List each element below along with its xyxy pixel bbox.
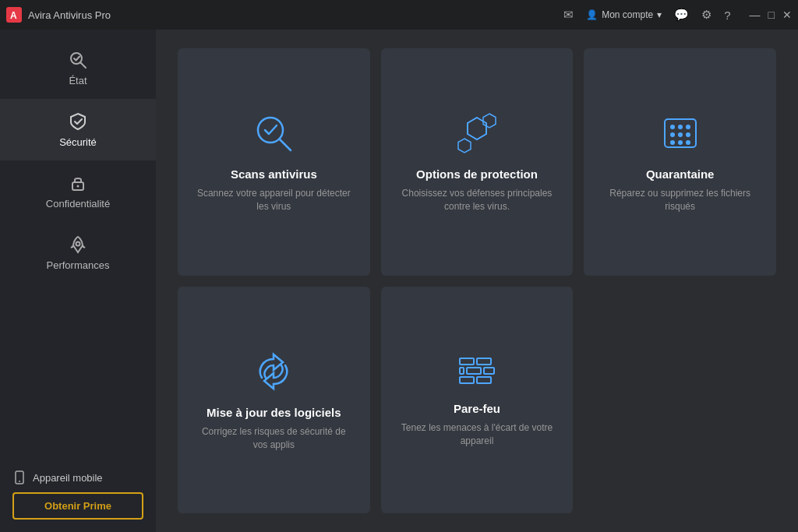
chat-icon[interactable]: 💬	[674, 8, 689, 22]
svg-marker-11	[483, 114, 496, 128]
svg-rect-26	[484, 368, 494, 374]
sidebar-confidentialite-label: Confidentialité	[46, 198, 110, 210]
sidebar-item-securite[interactable]: Sécurité	[0, 99, 156, 160]
window-controls: — □ ✕	[750, 9, 792, 21]
card-quarantine[interactable]: Quarantaine Réparez ou supprimez les fic…	[584, 48, 776, 276]
svg-point-19	[686, 132, 690, 137]
close-button[interactable]: ✕	[782, 9, 792, 21]
titlebar-right: ✉ 👤 Mon compte ▾ 💬 ⚙ ? — □ ✕	[563, 8, 792, 22]
quarantine-icon	[657, 110, 704, 157]
scans-desc: Scannez votre appareil pour détecter les…	[193, 187, 355, 213]
sidebar-etat-label: État	[69, 75, 87, 86]
updates-desc: Corrigez les risques de sécurité de vos …	[193, 425, 355, 452]
firewall-desc: Tenez les menaces à l'écart de votre app…	[397, 421, 558, 448]
quarantine-title: Quarantaine	[646, 167, 715, 181]
sidebar-spacer	[0, 284, 156, 458]
sidebar-securite-label: Sécurité	[59, 136, 97, 148]
account-menu[interactable]: 👤 Mon compte ▾	[586, 9, 662, 20]
updates-title: Mise à jour des logiciels	[207, 406, 341, 419]
app-title: Avira Antivirus Pro	[28, 9, 111, 21]
svg-point-15	[678, 125, 683, 129]
protection-title: Options de protection	[416, 167, 538, 181]
sidebar-item-etat[interactable]: État	[0, 37, 156, 99]
sidebar-item-performances[interactable]: Performances	[0, 222, 156, 284]
svg-rect-23	[460, 358, 474, 365]
svg-point-20	[670, 140, 675, 145]
search-magnify-icon	[68, 50, 88, 70]
svg-point-14	[670, 125, 675, 129]
svg-rect-29	[477, 377, 491, 383]
sidebar-item-confidentialite[interactable]: Confidentialité	[0, 160, 156, 222]
card-updates[interactable]: Mise à jour des logiciels Corrigez les r…	[178, 287, 370, 514]
avira-logo: A	[6, 7, 22, 23]
help-icon[interactable]: ?	[724, 9, 730, 22]
protection-desc: Choisissez vos défenses principales cont…	[397, 187, 558, 213]
titlebar-left: A Avira Antivirus Pro	[6, 7, 111, 23]
mobile-icon	[12, 470, 26, 484]
minimize-button[interactable]: —	[750, 9, 761, 21]
content-grid: Scans antivirus Scannez votre appareil p…	[156, 30, 798, 532]
card-scans-antivirus[interactable]: Scans antivirus Scannez votre appareil p…	[178, 48, 370, 276]
maximize-button[interactable]: □	[768, 9, 775, 21]
titlebar: A Avira Antivirus Pro ✉ 👤 Mon compte ▾ 💬…	[0, 0, 798, 30]
main-layout: État Sécurité Confidentialité	[0, 30, 798, 532]
account-chevron-icon: ▾	[657, 9, 662, 20]
lock-icon	[68, 173, 88, 193]
sidebar-performances-label: Performances	[47, 259, 110, 271]
mobile-device-button[interactable]: Appareil mobile	[12, 470, 103, 484]
firewall-title: Pare-feu	[454, 402, 500, 415]
svg-rect-24	[477, 358, 491, 365]
account-label: Mon compte	[602, 9, 653, 20]
svg-line-2	[81, 63, 87, 69]
svg-rect-28	[460, 377, 474, 383]
svg-line-9	[280, 139, 291, 151]
svg-point-21	[678, 140, 683, 145]
mail-icon[interactable]: ✉	[563, 8, 574, 22]
svg-point-4	[77, 185, 79, 188]
svg-point-18	[678, 132, 683, 137]
svg-rect-25	[467, 368, 481, 374]
svg-text:A: A	[10, 10, 17, 20]
settings-icon[interactable]: ⚙	[701, 8, 711, 22]
svg-rect-27	[460, 368, 464, 374]
scan-icon	[250, 110, 297, 157]
firewall-icon	[454, 352, 500, 391]
hexagons-icon	[454, 110, 500, 157]
sidebar: État Sécurité Confidentialité	[0, 30, 156, 532]
svg-marker-12	[458, 139, 471, 153]
rocket-icon	[68, 234, 88, 255]
card-firewall[interactable]: Pare-feu Tenez les menaces à l'écart de …	[381, 287, 574, 514]
get-prime-button[interactable]: Obtenir Prime	[12, 492, 143, 520]
update-arrows-icon	[250, 348, 297, 395]
svg-point-7	[19, 481, 20, 482]
empty-cell	[584, 287, 776, 514]
account-person-icon: 👤	[586, 9, 598, 20]
scans-title: Scans antivirus	[231, 167, 317, 181]
shield-icon	[68, 111, 88, 132]
mobile-label: Appareil mobile	[33, 472, 103, 484]
sidebar-bottom: Appareil mobile Obtenir Prime	[0, 458, 156, 532]
avira-logo-icon: A	[9, 9, 19, 20]
svg-point-17	[670, 132, 675, 137]
svg-point-5	[76, 242, 80, 246]
svg-point-22	[686, 140, 690, 145]
card-options-protection[interactable]: Options de protection Choisissez vos déf…	[381, 48, 574, 276]
quarantine-desc: Réparez ou supprimez les fichiers risqué…	[599, 187, 761, 213]
svg-point-16	[686, 125, 690, 129]
